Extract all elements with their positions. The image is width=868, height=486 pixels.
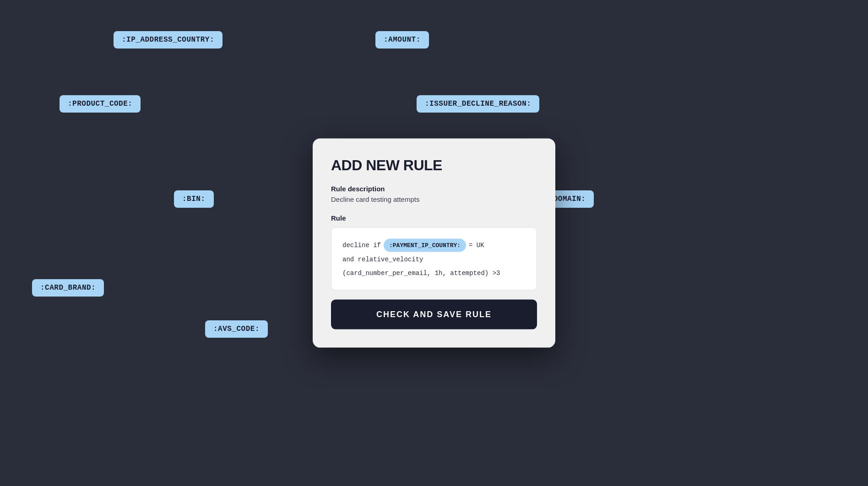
modal-overlay: ADD NEW RULE Rule description Decline ca… [313, 139, 555, 348]
tag-card-brand: :CARD_BRAND: [32, 279, 104, 297]
check-and-save-rule-button[interactable]: CHECK AND SAVE RULE [331, 299, 537, 329]
rule-box: decline if :PAYMENT_IP_COUNTRY: = UK and… [331, 227, 537, 291]
tag-ip-address-country: :IP_ADDRESS_COUNTRY: [114, 31, 222, 49]
rule-label: Rule [331, 214, 537, 222]
add-new-rule-modal: ADD NEW RULE Rule description Decline ca… [313, 139, 555, 348]
rule-line-1: decline if :PAYMENT_IP_COUNTRY: = UK [342, 239, 526, 252]
rule-line-2: and relative_velocity [342, 254, 526, 265]
tag-product-code: :PRODUCT_CODE: [60, 95, 141, 113]
description-label: Rule description [331, 185, 537, 193]
rule-suffix: = UK [469, 240, 484, 251]
tag-issuer-decline-reason: :ISSUER_DECLINE_REASON: [417, 95, 539, 113]
tag-avs-code: :AVS_CODE: [205, 320, 268, 338]
rule-prefix: decline if [342, 240, 381, 251]
tag-amount: :AMOUNT: [375, 31, 429, 49]
rule-token-payment-ip-country: :PAYMENT_IP_COUNTRY: [384, 239, 466, 252]
modal-title: ADD NEW RULE [331, 157, 537, 174]
description-text: Decline card testing attempts [331, 195, 537, 203]
tag-bin: :BIN: [174, 190, 214, 208]
rule-line-2-text: and relative_velocity [342, 254, 423, 265]
rule-line-3: (card_number_per_email, 1h, attempted) >… [342, 267, 526, 279]
rule-line-3-text: (card_number_per_email, 1h, attempted) >… [342, 267, 500, 279]
